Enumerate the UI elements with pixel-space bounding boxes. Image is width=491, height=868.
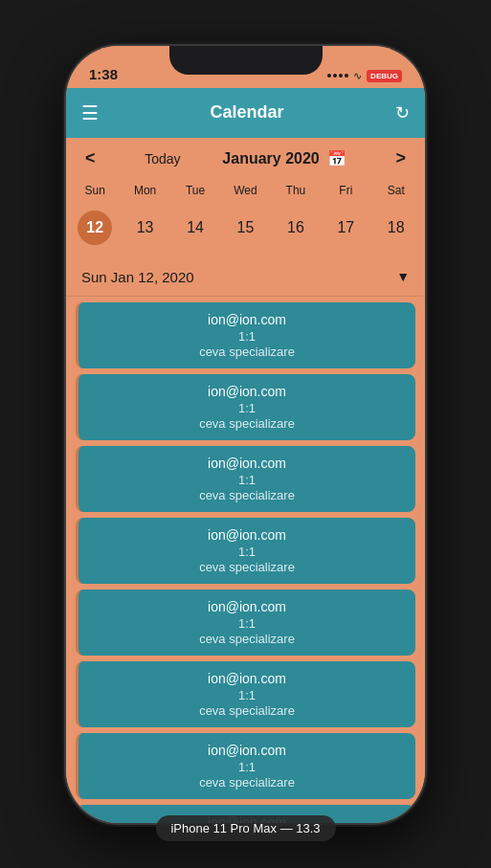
day-number-14: 14 [178, 211, 212, 245]
day-number-13: 13 [128, 211, 163, 245]
selected-date-text: Sun Jan 12, 2020 [81, 269, 194, 285]
event-type-2: 1:1 [92, 473, 402, 487]
day-headers: Sun Mon Tue Wed Thu Fri Sat [66, 180, 425, 201]
day-number-18: 18 [379, 211, 413, 245]
event-email-1: ion@ion.com [92, 384, 402, 399]
day-cell-18[interactable]: 18 [371, 205, 421, 251]
notch [169, 46, 323, 75]
phone-outer: 1:38 ∿ DEBUG ☰ Calen [0, 0, 491, 868]
event-type-6: 1:1 [92, 760, 402, 774]
device-label: iPhone 11 Pro Max — 13.3 [155, 815, 335, 841]
signal-dots [327, 74, 348, 78]
event-email-6: ion@ion.com [92, 743, 402, 758]
month-year-display: January 2020 📅 [222, 149, 346, 167]
calendar-nav: < Today January 2020 📅 > [66, 138, 425, 180]
day-header-tue: Tue [170, 182, 220, 199]
event-subject-5: ceva specializare [92, 703, 402, 718]
day-header-mon: Mon [120, 182, 169, 199]
event-type-1: 1:1 [92, 401, 402, 415]
event-subject-4: ceva specializare [92, 632, 402, 646]
dropdown-arrow-icon: ▼ [396, 269, 410, 284]
phone-frame: 1:38 ∿ DEBUG ☰ Calen [66, 46, 425, 823]
day-number-16: 16 [279, 211, 313, 245]
event-subject-0: ceva specializare [92, 345, 402, 359]
event-email-4: ion@ion.com [92, 599, 402, 614]
day-cell-14[interactable]: 14 [170, 205, 220, 251]
event-subject-6: ceva specializare [92, 775, 402, 790]
event-subject-2: ceva specializare [92, 488, 402, 502]
event-type-4: 1:1 [92, 616, 402, 631]
event-email-5: ion@ion.com [92, 671, 402, 686]
day-header-wed: Wed [220, 182, 270, 199]
selected-date-bar[interactable]: Sun Jan 12, 2020 ▼ [66, 258, 425, 297]
wifi-icon: ∿ [353, 70, 362, 82]
refresh-icon[interactable]: ↻ [395, 102, 410, 123]
prev-month-button[interactable]: < [78, 145, 103, 172]
event-card-2[interactable]: ion@ion.com1:1ceva specializare [76, 446, 415, 512]
phone-screen: 1:38 ∿ DEBUG ☰ Calen [66, 46, 425, 823]
event-email-0: ion@ion.com [92, 312, 402, 327]
signal-dot-2 [333, 74, 337, 78]
month-year-label: January 2020 [222, 150, 319, 167]
status-icons: ∿ DEBUG [327, 70, 402, 82]
debug-badge: DEBUG [367, 70, 402, 82]
day-number-12: 12 [78, 211, 112, 245]
status-time: 1:38 [89, 66, 118, 82]
event-email-3: ion@ion.com [92, 527, 402, 543]
event-card-0[interactable]: ion@ion.com1:1ceva specializare [76, 302, 415, 368]
day-header-fri: Fri [321, 182, 370, 199]
day-header-thu: Thu [271, 182, 321, 199]
menu-icon[interactable]: ☰ [81, 101, 99, 124]
event-type-0: 1:1 [92, 329, 402, 344]
day-cell-16[interactable]: 16 [271, 205, 321, 251]
event-subject-3: ceva specializare [92, 560, 402, 574]
signal-dot-3 [339, 74, 343, 78]
event-type-3: 1:1 [92, 545, 402, 559]
calendar-icon[interactable]: 📅 [327, 149, 346, 167]
events-list: ion@ion.com1:1ceva specializareion@ion.c… [66, 297, 425, 823]
event-card-3[interactable]: ion@ion.com1:1ceva specializare [76, 518, 415, 584]
day-number-15: 15 [228, 211, 262, 245]
event-type-5: 1:1 [92, 688, 402, 702]
screen-content: 1:38 ∿ DEBUG ☰ Calen [66, 46, 425, 823]
event-email-2: ion@ion.com [92, 456, 402, 471]
next-month-button[interactable]: > [388, 145, 413, 172]
header-title: Calendar [210, 102, 283, 122]
day-header-sun: Sun [70, 182, 120, 199]
day-cell-15[interactable]: 15 [220, 205, 270, 251]
week-row: 12 13 14 15 16 17 [66, 201, 425, 258]
today-button[interactable]: Today [145, 151, 180, 167]
event-subject-1: ceva specializare [92, 416, 402, 431]
app-header: ☰ Calendar ↻ [66, 88, 425, 138]
event-card-6[interactable]: ion@ion.com1:1ceva specializare [76, 733, 415, 799]
day-cell-12[interactable]: 12 [70, 205, 120, 251]
day-cell-13[interactable]: 13 [120, 205, 169, 251]
day-cell-17[interactable]: 17 [321, 205, 370, 251]
day-header-sat: Sat [371, 182, 421, 199]
signal-dot-4 [345, 74, 348, 78]
event-card-5[interactable]: ion@ion.com1:1ceva specializare [76, 661, 415, 727]
signal-dot-1 [327, 74, 331, 78]
event-card-1[interactable]: ion@ion.com1:1ceva specializare [76, 374, 415, 440]
event-card-4[interactable]: ion@ion.com1:1ceva specializare [76, 590, 415, 656]
day-number-17: 17 [328, 211, 363, 245]
